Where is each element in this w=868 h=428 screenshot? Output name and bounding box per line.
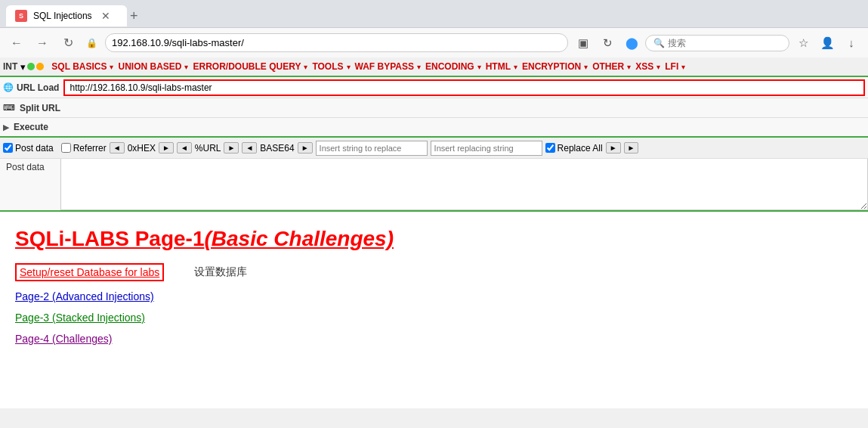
forward-button[interactable]: → xyxy=(32,33,53,54)
tab-title: SQL Injections xyxy=(33,11,92,21)
split-url-label: Split URL xyxy=(20,103,60,113)
page3-row: Page-3 (Stacked Injections) xyxy=(15,312,853,324)
page2-link[interactable]: Page-2 (Advanced Injections) xyxy=(15,290,154,302)
replace-all-checkbox[interactable] xyxy=(545,143,555,153)
referrer-checkbox-label[interactable]: Referrer xyxy=(61,143,107,154)
hex-label: 0xHEX xyxy=(128,143,156,154)
execute-row: ▶ Execute xyxy=(0,118,868,138)
base64-label: BASE64 xyxy=(260,143,294,154)
hex-left-arrow[interactable]: ◄ xyxy=(110,142,125,154)
base64-right-arrow[interactable]: ► xyxy=(298,142,313,154)
url-load-label: URL Load xyxy=(17,82,59,93)
postdata-toolbar: Post data Referrer ◄ 0xHEX ► ◄ %URL ► ◄ … xyxy=(0,138,868,159)
page-main-title: SQLi-LABS Page-1(Basic Challenges) xyxy=(15,227,853,251)
post-data-text: Post data xyxy=(15,143,54,154)
page-title-main: SQLi-LABS Page-1 xyxy=(15,227,204,250)
browser-toolbar-icons: ▣ ↻ ⬤ 🔍 ☆ 👤 ↓ xyxy=(573,33,862,54)
reload-button[interactable]: ↻ xyxy=(57,33,79,54)
url-label: %URL xyxy=(195,143,221,154)
lock-icon: 🔒 xyxy=(83,38,100,48)
referrer-checkbox[interactable] xyxy=(61,143,71,153)
hex-right-arrow[interactable]: ► xyxy=(159,142,174,154)
refresh-icon[interactable]: ↻ xyxy=(597,33,618,54)
extension-icon[interactable]: ⬤ xyxy=(621,33,642,54)
search-icon: 🔍 xyxy=(653,38,665,48)
page4-link[interactable]: Page-4 (Challenges) xyxy=(15,333,112,345)
back-button[interactable]: ← xyxy=(6,33,27,54)
setup-db-link[interactable]: Setup/reset Database for labs xyxy=(20,266,159,278)
execute-label: Execute xyxy=(14,122,48,132)
page3-link[interactable]: Page-3 (Stacked Injections) xyxy=(15,312,145,324)
monitor-icon[interactable]: ▣ xyxy=(573,33,594,54)
post-data-checkbox-label[interactable]: Post data xyxy=(3,143,54,154)
ext-menu-tools[interactable]: TOOLS xyxy=(309,60,346,73)
url-load-row: 🌐 URL Load xyxy=(0,77,868,98)
url-load-input[interactable] xyxy=(63,79,865,96)
ext-arrow: ▾ xyxy=(20,61,26,73)
insert-string-replace-input[interactable] xyxy=(316,141,428,156)
browser-chrome: S SQL Injections ✕ + ← → ↻ 🔒 ▣ ↻ ⬤ 🔍 ☆ 👤… xyxy=(0,0,868,57)
page-title-italic: (Basic Challenges) xyxy=(204,227,394,250)
download-icon[interactable]: ↓ xyxy=(841,33,862,54)
green-dot-icon xyxy=(27,63,35,70)
page2-row: Page-2 (Advanced Injections) xyxy=(15,290,853,302)
ext-menu-lfi[interactable]: LFI xyxy=(662,60,681,73)
insert-replacing-string-input[interactable] xyxy=(431,141,542,156)
setup-db-link-box: Setup/reset Database for labs xyxy=(15,263,164,281)
base64-left-arrow[interactable]: ◄ xyxy=(242,142,257,154)
bookmark-icon[interactable]: ☆ xyxy=(792,33,814,54)
postdata-section: Post data xyxy=(0,159,868,212)
extension-toolbar: INT ▾ SQL BASICS▾ UNION BASED▾ ERROR/DOU… xyxy=(0,57,868,77)
tab-bar: S SQL Injections ✕ + xyxy=(0,0,868,27)
execute-icon: ▶ xyxy=(3,123,9,132)
split-url-row: ⌨ Split URL xyxy=(0,98,868,118)
url-left-arrow[interactable]: ◄ xyxy=(177,142,192,154)
profile-icon[interactable]: 👤 xyxy=(817,33,838,54)
ext-menu-sql-basics[interactable]: SQL BASICS xyxy=(48,60,110,73)
postdata-label: Post data xyxy=(0,159,60,210)
tab-favicon: S xyxy=(15,10,27,22)
search-input[interactable] xyxy=(668,38,781,48)
ext-menu-error-double[interactable]: ERROR/DOUBLE QUERY xyxy=(190,60,304,73)
new-tab-button[interactable]: + xyxy=(130,8,138,24)
setup-db-row: Setup/reset Database for labs 设置数据库 xyxy=(15,263,853,281)
address-input[interactable] xyxy=(105,33,568,52)
ext-int-label: INT xyxy=(3,61,17,72)
search-box[interactable]: 🔍 xyxy=(645,35,789,51)
url-load-left: 🌐 URL Load xyxy=(3,82,59,93)
split-url-icon: ⌨ xyxy=(3,103,15,113)
replace-all-text: Replace All xyxy=(558,143,603,154)
url-load-icon: 🌐 xyxy=(3,82,14,92)
tab-close-button[interactable]: ✕ xyxy=(101,10,110,22)
page-content: SQLi-LABS Page-1(Basic Challenges) Setup… xyxy=(0,212,868,408)
ext-menu-waf[interactable]: WAF BYPASS xyxy=(352,60,417,73)
ext-menu-xss[interactable]: XSS xyxy=(632,60,656,73)
postdata-textarea[interactable] xyxy=(60,159,868,210)
page4-row: Page-4 (Challenges) xyxy=(15,333,853,345)
orange-dot-icon xyxy=(36,63,44,70)
replace-right-arrow2[interactable]: ► xyxy=(624,142,639,154)
ext-menu-encryption[interactable]: ENCRYPTION xyxy=(519,60,584,73)
ext-menu-other[interactable]: OTHER xyxy=(589,60,627,73)
ext-menu-html[interactable]: HTML xyxy=(483,60,514,73)
replace-right-arrow[interactable]: ► xyxy=(606,142,621,154)
url-right-arrow[interactable]: ► xyxy=(224,142,239,154)
ext-menu-union-based[interactable]: UNION BASED xyxy=(115,60,184,73)
post-data-checkbox[interactable] xyxy=(3,143,13,153)
browser-tab[interactable]: S SQL Injections ✕ xyxy=(6,5,127,26)
replace-all-label[interactable]: Replace All xyxy=(545,143,603,154)
ext-menu-encoding[interactable]: ENCODING xyxy=(422,60,477,73)
referrer-text: Referrer xyxy=(73,143,107,154)
db-text: 设置数据库 xyxy=(194,265,247,279)
address-bar: ← → ↻ 🔒 ▣ ↻ ⬤ 🔍 ☆ 👤 ↓ xyxy=(0,27,868,57)
